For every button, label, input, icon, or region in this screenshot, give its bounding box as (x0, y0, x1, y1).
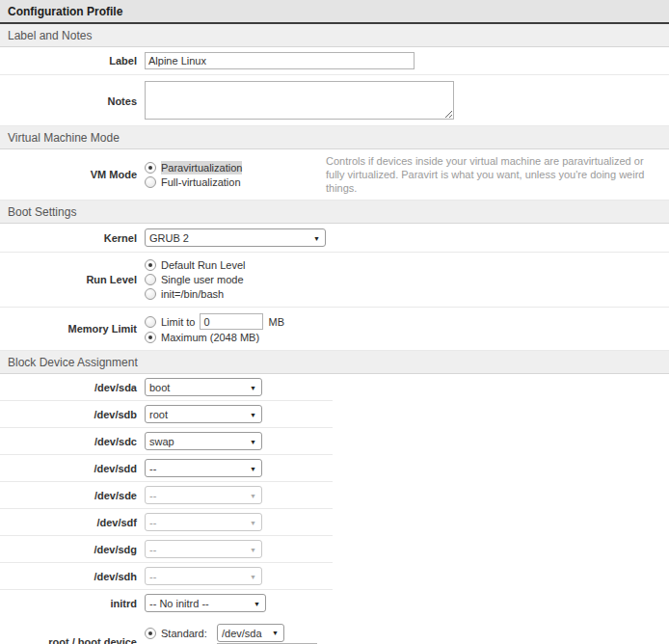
memory-limit-option-limit[interactable]: Limit to MB (145, 313, 463, 330)
device-select-sdc[interactable]: swap (145, 432, 262, 450)
initrd-select[interactable]: -- No initrd -- (145, 594, 266, 612)
memory-limit-input[interactable] (200, 313, 263, 330)
device-select-sdg[interactable]: -- (145, 540, 262, 558)
run-level-option-label: init=/bin/bash (161, 287, 224, 301)
label-field-label: Label (0, 55, 145, 67)
vm-mode-label: VM Mode (0, 169, 145, 180)
device-label: /dev/sdc (0, 436, 145, 447)
device-row-sda: /dev/sda boot (0, 374, 333, 401)
vm-mode-option-label: Paravirtualization (161, 161, 242, 174)
device-row-sdb: /dev/sdb root (0, 401, 333, 428)
run-level-row: Run Level Default Run Level Single user … (0, 253, 669, 308)
device-label: /dev/sdb (0, 409, 145, 420)
limit-to-label: Limit to (161, 315, 195, 329)
device-row-sdf: /dev/sdf -- (0, 509, 333, 536)
device-row-sdc: /dev/sdc swap (0, 428, 333, 455)
radio-paravirtualization[interactable] (145, 162, 156, 174)
kernel-select[interactable]: GRUB 2 (145, 228, 326, 247)
radio-full-virtualization[interactable] (145, 176, 156, 188)
device-select-sdh[interactable]: -- (145, 567, 262, 585)
section-label-and-notes: Label and Notes (0, 24, 669, 47)
vm-mode-option-full-virtualization[interactable]: Full-virtualization (145, 175, 326, 189)
vm-mode-row: VM Mode Paravirtualization Full-virtuali… (0, 149, 669, 201)
run-level-option-label: Default Run Level (161, 258, 245, 272)
radio-single-user-mode[interactable] (145, 274, 156, 285)
run-level-option-single-user[interactable]: Single user mode (145, 273, 463, 286)
section-virtual-machine-mode: Virtual Machine Mode (0, 126, 669, 149)
label-row: Label (0, 47, 669, 75)
run-level-option-init-bash[interactable]: init=/bin/bash (145, 287, 463, 301)
memory-limit-unit: MB (268, 315, 284, 329)
device-row-sdh: /dev/sdh -- (0, 563, 333, 590)
notes-field-label: Notes (0, 95, 145, 107)
device-row-sdd: /dev/sdd -- (0, 455, 333, 482)
memory-limit-label: Memory Limit (0, 323, 145, 335)
device-select-sda[interactable]: boot (145, 378, 262, 396)
device-row-sdg: /dev/sdg -- (0, 536, 333, 563)
device-label: /dev/sdd (0, 463, 145, 474)
notes-textarea[interactable] (145, 81, 454, 120)
block-device-list: /dev/sda boot /dev/sdb root /dev/sdc swa… (0, 374, 669, 616)
vm-mode-option-label: Full-virtualization (161, 175, 241, 189)
maximum-label: Maximum (2048 MB) (161, 331, 259, 344)
device-label: /dev/sde (0, 490, 145, 501)
run-level-label: Run Level (0, 274, 145, 285)
radio-default-run-level[interactable] (145, 259, 156, 271)
device-select-sde[interactable]: -- (145, 486, 262, 504)
device-row-sde: /dev/sde -- (0, 482, 333, 509)
root-boot-device-label: root / boot device (0, 636, 145, 644)
device-select-sdd[interactable]: -- (145, 459, 262, 477)
radio-maximum[interactable] (145, 332, 156, 343)
kernel-row: Kernel GRUB 2 (0, 224, 669, 253)
device-label: /dev/sdh (0, 571, 145, 582)
memory-limit-row: Memory Limit Limit to MB Maximum (2048 M… (0, 308, 669, 351)
root-boot-device-row: root / boot device Standard: /dev/sda Cu… (0, 616, 669, 644)
radio-standard[interactable] (145, 628, 156, 639)
device-label: /dev/sdg (0, 544, 145, 555)
run-level-option-default[interactable]: Default Run Level (145, 258, 463, 272)
vm-mode-help-text: Controls if devices inside your virtual … (326, 154, 669, 195)
notes-row: Notes (0, 75, 669, 126)
radio-limit-to[interactable] (145, 316, 156, 328)
root-device-option-standard[interactable]: Standard: /dev/sda (145, 624, 463, 642)
radio-init-bin-bash[interactable] (145, 288, 156, 300)
run-level-option-label: Single user mode (161, 273, 244, 286)
device-select-sdb[interactable]: root (145, 405, 262, 423)
kernel-label: Kernel (0, 232, 145, 244)
memory-limit-option-maximum[interactable]: Maximum (2048 MB) (145, 331, 463, 344)
label-input[interactable] (145, 52, 415, 69)
standard-label: Standard: (161, 627, 217, 640)
section-boot-settings: Boot Settings (0, 201, 669, 224)
device-row-initrd: initrd -- No initrd -- (0, 590, 333, 616)
device-label: initrd (0, 598, 145, 609)
section-block-device-assignment: Block Device Assignment (0, 351, 669, 374)
page-title: Configuration Profile (0, 0, 669, 24)
device-label: /dev/sda (0, 382, 145, 393)
standard-device-select[interactable]: /dev/sda (217, 624, 284, 642)
device-label: /dev/sdf (0, 517, 145, 528)
device-select-sdf[interactable]: -- (145, 513, 262, 531)
vm-mode-option-paravirtualization[interactable]: Paravirtualization (145, 161, 326, 174)
